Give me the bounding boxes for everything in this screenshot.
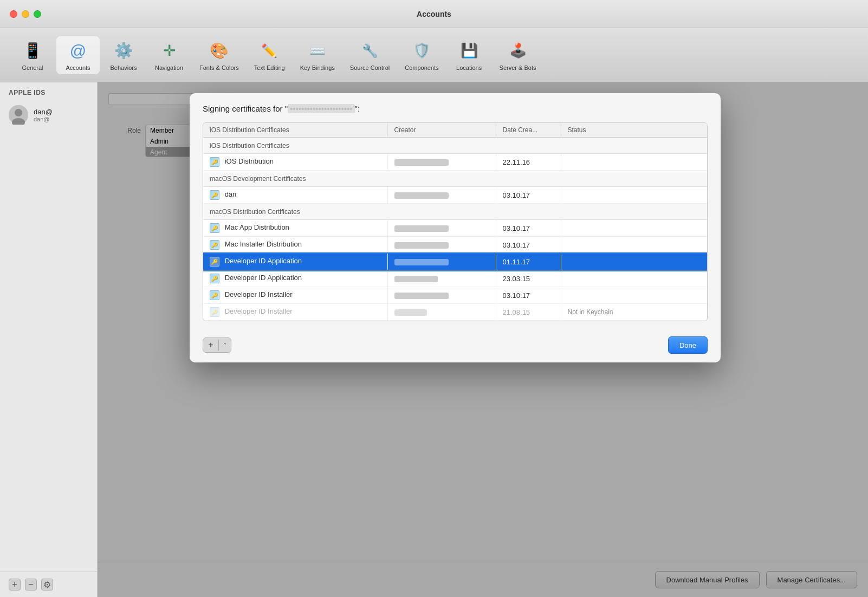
settings-button[interactable]: ⚙ <box>41 579 53 590</box>
server-bots-icon: 🕹️ <box>507 40 529 62</box>
table-row[interactable]: 🔑 iOS Distribution 22.11.16 <box>203 154 707 171</box>
cert-creator-dan <box>387 187 496 204</box>
modal-title-blurred: •••••••••••••••••••••• <box>288 104 355 113</box>
blurred-creator <box>394 225 449 232</box>
table-row[interactable]: 🔑 dan 03.10.17 <box>203 187 707 204</box>
maximize-button[interactable] <box>34 10 41 18</box>
table-row[interactable]: 🔑 Developer ID Installer 03.10.17 <box>203 287 707 304</box>
sidebar: Apple IDs dan@ dan@ + − ⚙ <box>0 82 98 597</box>
svg-point-1 <box>15 109 22 116</box>
cert-status-mac-app <box>561 220 707 237</box>
cert-icon: 🔑 <box>210 307 219 317</box>
cert-status-dev-id-installer-2: Not in Keychain <box>561 304 707 321</box>
toolbar-item-behaviors[interactable]: ⚙️ Behaviors <box>102 36 145 74</box>
table-header-row: iOS Distribution Certificates Creator Da… <box>203 123 707 138</box>
text-editing-icon: ✏️ <box>258 40 281 62</box>
chevron-button[interactable]: ˅ <box>219 338 231 352</box>
toolbar-item-fonts-colors[interactable]: 🎨 Fonts & Colors <box>193 36 245 74</box>
section-header-macos-dist-label: macOS Distribution Certificates <box>203 204 707 220</box>
source-control-icon: 🔧 <box>359 40 381 62</box>
cert-creator-dev-id-installer-1 <box>387 287 496 304</box>
cert-icon: 🔑 <box>210 290 219 300</box>
modal-title-area: Signing certificates for "••••••••••••••… <box>190 93 721 122</box>
add-cert-button[interactable]: + <box>203 338 218 352</box>
col-date: Date Crea... <box>496 123 561 138</box>
toolbar-item-navigation[interactable]: ✛ Navigation <box>147 36 191 74</box>
cert-icon: 🔑 <box>210 190 219 200</box>
cert-date-ios-dist: 22.11.16 <box>496 154 561 171</box>
toolbar-item-source-control[interactable]: 🔧 Source Control <box>344 36 396 74</box>
toolbar-item-general[interactable]: 📱 General <box>11 36 54 74</box>
toolbar-item-key-bindings[interactable]: ⌨️ Key Bindings <box>294 36 341 74</box>
toolbar-label-navigation: Navigation <box>155 64 183 71</box>
cert-creator-dev-id-app-2 <box>387 270 496 287</box>
cert-table: iOS Distribution Certificates Creator Da… <box>203 123 707 321</box>
blurred-creator <box>394 192 449 199</box>
add-account-button[interactable]: + <box>9 579 21 590</box>
cert-icon: 🔑 <box>210 157 219 167</box>
sidebar-item-dan[interactable]: dan@ dan@ <box>0 101 97 129</box>
toolbar-item-accounts[interactable]: @ Accounts <box>56 36 100 74</box>
cert-name-ios-dist: 🔑 iOS Distribution <box>203 154 387 171</box>
cert-creator-dev-id-installer-2 <box>387 304 496 321</box>
col-creator: Creator <box>387 123 496 138</box>
blurred-creator <box>394 159 449 166</box>
cert-name-mac-app-dist: 🔑 Mac App Distribution <box>203 220 387 237</box>
key-bindings-icon: ⌨️ <box>306 40 329 62</box>
done-button[interactable]: Done <box>668 336 708 354</box>
section-header-ios: iOS Distribution Certificates <box>203 138 707 154</box>
cert-date-dev-id-app-1: 01.11.17 <box>496 254 561 270</box>
cert-date-dev-id-installer-1: 03.10.17 <box>496 287 561 304</box>
cert-status-dev-id-installer-1 <box>561 287 707 304</box>
section-header-ios-label: iOS Distribution Certificates <box>203 138 707 154</box>
behaviors-icon: ⚙️ <box>112 40 135 62</box>
minimize-button[interactable] <box>22 10 29 18</box>
toolbar-label-accounts: Accounts <box>66 64 90 71</box>
table-row[interactable]: 🔑 Mac App Distribution 03.10.17 <box>203 220 707 237</box>
table-row[interactable]: 🔑 Developer ID Application 23.03.15 <box>203 270 707 287</box>
accounts-icon: @ <box>67 40 89 62</box>
toolbar-item-locations[interactable]: 💾 Locations <box>448 36 491 74</box>
cert-date-dev-id-app-2: 23.03.15 <box>496 270 561 287</box>
avatar <box>9 105 28 125</box>
toolbar-item-server-bots[interactable]: 🕹️ Server & Bots <box>493 36 543 74</box>
blurred-creator <box>394 242 449 249</box>
titlebar: Accounts <box>0 0 868 28</box>
right-panel: Role Member Admin Agent User Download Ma… <box>98 82 868 597</box>
cert-status-dan <box>561 187 707 204</box>
cert-table-container: iOS Distribution Certificates Creator Da… <box>203 122 708 321</box>
fonts-colors-icon: 🎨 <box>208 40 230 62</box>
main-window: Accounts 📱 General @ Accounts ⚙️ Behavio… <box>0 0 868 597</box>
table-row[interactable]: 🔑 Developer ID Application 01.11.17 <box>203 254 707 270</box>
window-title: Accounts <box>417 10 451 18</box>
modal: Signing certificates for "••••••••••••••… <box>190 93 721 362</box>
cert-date-mac-installer: 03.10.17 <box>496 237 561 254</box>
table-scroll[interactable]: iOS Distribution Certificates Creator Da… <box>203 123 707 321</box>
toolbar-label-locations: Locations <box>456 64 482 71</box>
cert-creator-ios-dist <box>387 154 496 171</box>
modal-bottom: + ˅ Done <box>190 328 721 362</box>
cert-creator-mac-installer <box>387 237 496 254</box>
traffic-lights <box>10 10 41 18</box>
navigation-icon: ✛ <box>158 40 180 62</box>
close-button[interactable] <box>10 10 17 18</box>
cert-creator-mac-app <box>387 220 496 237</box>
blurred-creator <box>394 309 427 316</box>
col-name: iOS Distribution Certificates <box>203 123 387 138</box>
modal-title: Signing certificates for "••••••••••••••… <box>203 104 360 113</box>
modal-overlay: Signing certificates for "••••••••••••••… <box>98 82 868 597</box>
cert-icon: 🔑 <box>210 274 219 283</box>
table-row[interactable]: 🔑 Developer ID Installer 21.08.15 Not in… <box>203 304 707 321</box>
col-status: Status <box>561 123 707 138</box>
toolbar-item-text-editing[interactable]: ✏️ Text Editing <box>248 36 292 74</box>
cert-name-dan: 🔑 dan <box>203 187 387 204</box>
cert-date-dev-id-installer-2: 21.08.15 <box>496 304 561 321</box>
toolbar: 📱 General @ Accounts ⚙️ Behaviors ✛ Navi… <box>0 28 868 82</box>
cert-status-ios-dist <box>561 154 707 171</box>
toolbar-label-source-control: Source Control <box>350 64 390 71</box>
table-row[interactable]: 🔑 Mac Installer Distribution 03.10.17 <box>203 237 707 254</box>
cert-name-mac-installer: 🔑 Mac Installer Distribution <box>203 237 387 254</box>
remove-account-button[interactable]: − <box>25 579 37 590</box>
toolbar-item-components[interactable]: 🛡️ Components <box>398 36 445 74</box>
blurred-creator <box>394 293 449 299</box>
